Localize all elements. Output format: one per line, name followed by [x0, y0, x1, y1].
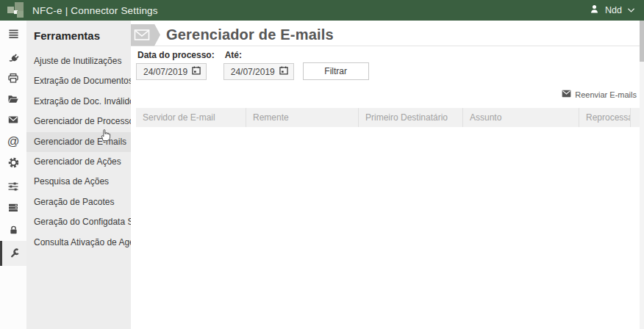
sidebar: Ferramentas Ajuste de Inutilizações Extr…	[26, 21, 131, 329]
app-logo-icon	[6, 1, 26, 20]
app-window: NFC-e | Connector Settings Ndd	[0, 0, 644, 329]
wrench-icon[interactable]	[0, 241, 26, 266]
filter-bar: Data do processo: 24/07/2019 Até: 24/07/…	[131, 50, 644, 80]
main-content: Gerenciador de E-mails Data do processo:…	[131, 21, 644, 329]
sidebar-item-extracao-doc-invalidos[interactable]: Extração de Doc. Inválidos	[26, 92, 131, 112]
column-header-assunto[interactable]: Assunto	[463, 108, 579, 127]
email-table-header: Servidor de E-mail Remente Primeiro Dest…	[136, 108, 644, 127]
resend-emails-label: Reenviar E-mails	[575, 90, 637, 99]
page-header: Gerenciador de E-mails	[131, 24, 644, 46]
sidebar-item-pesquisa-acoes[interactable]: Pesquisa de Ações	[26, 172, 131, 192]
printer-icon[interactable]	[0, 68, 26, 90]
user-name: Ndd	[605, 5, 622, 15]
sidebar-item-geracao-configdata-sat[interactable]: Geração do Configdata SAT	[26, 212, 131, 232]
column-header-servidor[interactable]: Servidor de E-mail	[136, 108, 246, 127]
sidebar-item-geracao-pacotes[interactable]: Geração de Pacotes	[26, 192, 131, 212]
resend-emails-link[interactable]: Reenviar E-mails	[131, 90, 637, 99]
icon-rail: @	[0, 21, 26, 329]
date-to-input[interactable]: 24/07/2019	[223, 63, 294, 80]
sidebar-heading: Ferramentas	[26, 26, 131, 51]
sidebar-item-gerenciador-processos[interactable]: Gerenciador de Processos	[26, 112, 131, 131]
sidebar-item-consulta-ativacao-agente[interactable]: Consulta Ativação de Agente	[26, 233, 131, 253]
top-bar: NFC-e | Connector Settings Ndd	[0, 0, 644, 21]
gear-icon[interactable]	[0, 151, 26, 173]
menu-icon[interactable]	[0, 23, 26, 45]
column-header-remente[interactable]: Remente	[246, 108, 359, 127]
plug-icon[interactable]	[0, 48, 26, 70]
sliders-icon[interactable]	[0, 176, 26, 198]
folder-open-icon[interactable]	[0, 88, 26, 110]
chevron-down-icon	[627, 5, 635, 15]
date-to-label: Até:	[225, 50, 294, 60]
date-to-value: 24/07/2019	[231, 67, 279, 77]
page-title: Gerenciador de E-mails	[166, 26, 334, 43]
date-from-input[interactable]: 24/07/2019	[136, 63, 207, 80]
at-sign-icon[interactable]: @	[0, 130, 26, 152]
scrollbar-track[interactable]	[640, 21, 644, 329]
app-title: NFC-e | Connector Settings	[32, 5, 158, 16]
sidebar-item-extracao-documentos[interactable]: Extração de Documentos	[26, 71, 131, 91]
user-menu[interactable]: Ndd	[589, 4, 635, 17]
envelope-banner-icon	[131, 24, 160, 46]
lock-icon[interactable]	[0, 219, 26, 241]
user-icon	[589, 4, 600, 17]
column-header-reprocessavel[interactable]: Reprocessável	[579, 108, 631, 127]
sidebar-item-gerenciador-emails[interactable]: Gerenciador de E-mails	[26, 132, 131, 152]
envelope-icon[interactable]	[0, 109, 26, 131]
envelope-icon	[562, 90, 571, 99]
calendar-icon[interactable]	[279, 65, 289, 78]
filter-button[interactable]: Filtrar	[303, 62, 369, 80]
date-from-label: Data do processo:	[137, 50, 215, 60]
sidebar-item-ajuste-inutilizacoes[interactable]: Ajuste de Inutilizações	[26, 51, 131, 71]
sidebar-item-gerenciador-acoes[interactable]: Gerenciador de Ações	[26, 152, 131, 172]
server-icon[interactable]	[0, 197, 26, 219]
date-from-value: 24/07/2019	[143, 67, 191, 77]
column-header-primeiro-destinatario[interactable]: Primeiro Destinatário	[359, 108, 463, 127]
scrollbar-thumb[interactable]	[640, 21, 644, 62]
calendar-icon[interactable]	[191, 65, 201, 78]
